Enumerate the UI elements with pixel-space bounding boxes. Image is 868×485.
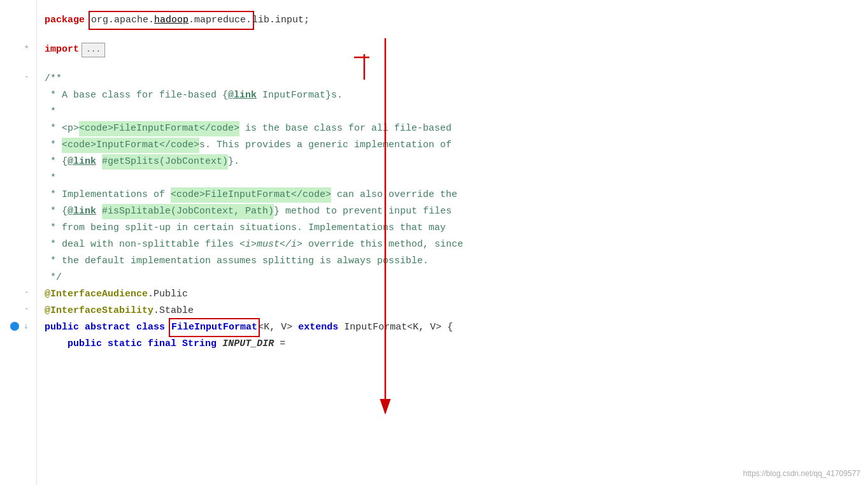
code-line-16: * the default implementation assumes spl… — [38, 254, 868, 270]
code-line-13: * {@link #isSplitable(JobContext, Path)}… — [38, 204, 868, 221]
code-line-10: * {@link #getSplits(JobContext)}. — [38, 154, 868, 171]
code-line-class-decl: ↓ public abstract class FileInputFormat … — [38, 320, 868, 337]
line-arrow-indicator: ↓ — [24, 320, 29, 333]
fold-javadoc-icon[interactable]: - — [21, 71, 29, 83]
code-line-javadoc-end: */ — [38, 270, 868, 287]
code-line-9: * <code>InputFormat</code>s. This provid… — [38, 138, 868, 154]
code-line-import: + import ... — [38, 42, 868, 59]
code-line-6: * A base class for file-based {@link Inp… — [38, 88, 868, 105]
fold-annotation2-icon[interactable]: - — [21, 303, 29, 315]
fold-annotation1-icon[interactable]: - — [21, 287, 29, 298]
breakpoint-indicator[interactable] — [10, 322, 19, 331]
code-line-field: public static final String INPUT_DIR = — [38, 337, 868, 353]
code-line-package: package org.apache.hadoop.mapreduce.lib.… — [38, 13, 868, 29]
code-line-javadoc-start: - /** — [38, 71, 868, 88]
code-line-12: * Implementations of <code>FileInputForm… — [38, 187, 868, 204]
code-view: package org.apache.hadoop.mapreduce.lib.… — [0, 0, 868, 485]
import-collapsed-box[interactable]: ... — [82, 43, 105, 57]
code-line-annotation1: - @InterfaceAudience.Public — [38, 287, 868, 303]
code-line-7: * — [38, 105, 868, 121]
code-line-blank1 — [38, 29, 868, 42]
code-line-11: * — [38, 171, 868, 187]
code-line-15: * deal with non-splittable files <i>must… — [38, 237, 868, 254]
code-line-annotation2: - @InterfaceStability.Stable — [38, 303, 868, 320]
code-line-blank2 — [38, 59, 868, 71]
code-line-8: * <p><code>FileInputFormat</code> is the… — [38, 121, 868, 138]
watermark: https://blog.csdn.net/qq_41709577 — [743, 468, 860, 480]
fold-import-icon[interactable]: + — [21, 42, 29, 54]
code-line-14: * from being split-up in certain situati… — [38, 221, 868, 237]
